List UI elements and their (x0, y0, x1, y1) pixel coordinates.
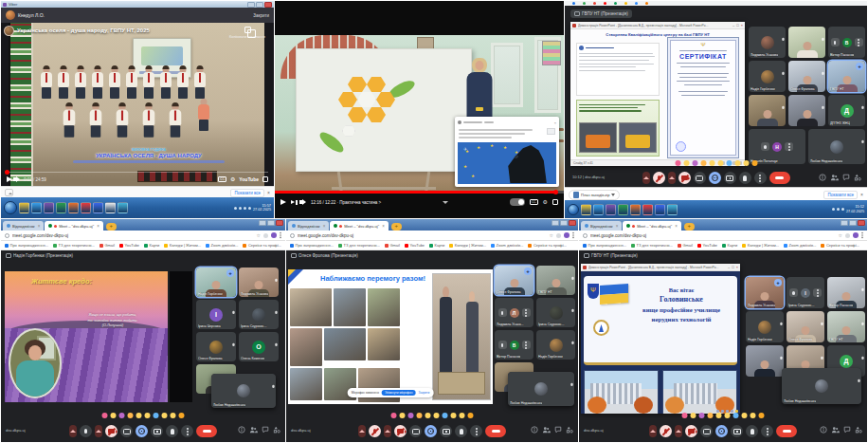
taskbar-app-icon[interactable] (19, 202, 29, 213)
bookmark-item[interactable]: YouTube (119, 243, 139, 248)
reactions-button[interactable] (715, 425, 728, 437)
browser-tab[interactable]: Meet – "dsv-dkpu-uj"× (45, 221, 103, 231)
close-tab-icon[interactable]: × (382, 224, 385, 229)
present-button[interactable] (731, 425, 743, 437)
floating-participant-tile[interactable]: Любов Недашківська (782, 368, 861, 404)
emoji-surprised-icon[interactable] (717, 160, 723, 166)
bookmark-item[interactable]: Zoom дзвінків... (784, 243, 816, 248)
browser-menu-icon[interactable] (861, 234, 863, 236)
emoji-party-icon[interactable] (408, 413, 414, 418)
emoji-heart-icon[interactable] (675, 160, 680, 166)
bookmark-item[interactable]: Сервіси та профі... (243, 243, 280, 248)
present-button[interactable] (724, 172, 736, 184)
emoji-think-icon[interactable] (743, 160, 749, 166)
bookmark-star-icon[interactable]: ☆ (839, 232, 842, 238)
site-info-icon[interactable] (290, 233, 295, 238)
card-action-icon[interactable] (547, 128, 555, 135)
bookmark-favicon[interactable] (593, 2, 596, 5)
bookmark-star-icon[interactable]: ☆ (550, 232, 553, 238)
participant-tile[interactable]: +ГВПУ НТ (828, 61, 865, 92)
captions-icon[interactable]: CC (530, 199, 538, 206)
end-call-button[interactable] (776, 425, 797, 437)
participant-tile[interactable]: Любов Недашківська (808, 129, 865, 164)
maximize-button[interactable]: □ (736, 24, 738, 28)
emoji-heart-icon[interactable] (391, 413, 397, 418)
reactions-button[interactable] (136, 425, 148, 437)
captions-button[interactable] (120, 425, 133, 437)
present-button[interactable] (151, 425, 163, 437)
activities-icon[interactable] (566, 426, 573, 434)
bookmark-item[interactable]: ТЗ для теоретично... (631, 243, 673, 248)
raise-hand-button[interactable] (739, 172, 751, 184)
participant-tile[interactable]: +Олеся Фролова (495, 266, 533, 295)
minimize-button[interactable] (259, 220, 266, 226)
participant-tile[interactable]: ЛЛюдмила Усачо... (495, 298, 533, 327)
next-button[interactable] (291, 199, 298, 206)
emoji-wow-icon[interactable] (162, 413, 168, 418)
expand-button[interactable] (675, 425, 682, 437)
minimize-button[interactable] (247, 2, 255, 8)
participant-tile[interactable] (788, 95, 825, 126)
emoji-wow-icon[interactable] (742, 413, 748, 418)
browser-tab[interactable]: Meet – "dsv-dkpu-uj"× (330, 221, 389, 231)
floating-participant-tile[interactable]: Любов Недашківська (211, 374, 276, 408)
close-tab-icon[interactable]: × (323, 224, 326, 229)
extension-icon[interactable] (263, 233, 268, 238)
expand-button[interactable] (95, 425, 102, 437)
emoji-cry-icon[interactable] (726, 160, 732, 166)
emoji-thumbs-up-icon[interactable] (400, 413, 406, 418)
camera-button[interactable] (685, 425, 697, 437)
taskbar-app-icon[interactable] (630, 204, 641, 215)
profile-avatar[interactable] (564, 232, 570, 238)
pin-badge[interactable]: + (524, 268, 532, 275)
show-all-button[interactable]: Показати все (230, 189, 264, 197)
close-button[interactable] (569, 220, 576, 226)
bookmark-favicon[interactable] (604, 2, 606, 5)
taskbar-app-icon[interactable] (93, 202, 103, 213)
camera-button[interactable] (105, 425, 118, 437)
new-tab-button[interactable]: + (684, 223, 695, 231)
emoji-thumbs-up-icon[interactable] (111, 413, 117, 418)
people-icon[interactable] (831, 426, 840, 434)
meeting-details-icon[interactable] (531, 426, 538, 434)
browser-menu-icon[interactable] (280, 234, 281, 236)
taskbar-app-icon[interactable] (31, 202, 42, 213)
browser-menu-icon[interactable] (572, 234, 574, 236)
close-video-button[interactable]: Закрити (253, 13, 269, 18)
camera-button[interactable] (678, 172, 691, 184)
expand-button[interactable] (668, 172, 676, 184)
participant-tile[interactable]: Надія Горбенюк (536, 330, 575, 360)
raise-hand-button[interactable] (746, 425, 758, 437)
maximize-button[interactable]: □ (732, 266, 733, 269)
chat-icon[interactable] (842, 174, 850, 181)
address-bar[interactable]: meet.google.com/dsv-dkpu-uj☆ (1, 231, 285, 241)
participant-tile[interactable]: Віктор Панасюк (827, 277, 865, 308)
pin-badge[interactable]: + (774, 279, 782, 286)
captions-icon[interactable]: CC (218, 176, 226, 183)
close-tab-icon[interactable]: × (675, 224, 678, 229)
emoji-surprised-icon[interactable] (145, 413, 151, 418)
expand-button[interactable] (649, 425, 657, 437)
bookmark-item[interactable]: Карти (429, 243, 444, 248)
activities-icon[interactable] (273, 426, 280, 434)
emoji-wow-icon[interactable] (451, 413, 457, 418)
emoji-laugh-icon[interactable] (136, 413, 142, 418)
bookmark-item[interactable]: YouTube (405, 243, 425, 248)
close-tab-icon[interactable]: × (38, 224, 41, 229)
new-tab-button[interactable]: + (391, 223, 402, 231)
people-icon[interactable] (830, 174, 839, 181)
settings-gear-icon[interactable]: ⚙ (230, 176, 235, 182)
emoji-clap-icon[interactable] (708, 413, 714, 418)
camera-button[interactable] (394, 425, 407, 437)
emoji-clap-icon[interactable] (417, 413, 423, 418)
taskbar-app-icon[interactable] (581, 204, 591, 215)
participant-tile[interactable] (749, 95, 786, 126)
taskbar-app-icon[interactable] (642, 204, 653, 215)
participant-tile[interactable]: +Людмила Усачова (746, 277, 784, 308)
emoji-thumbs-down-icon[interactable] (179, 413, 185, 418)
close-tab-icon[interactable]: × (97, 224, 99, 229)
bookmark-favicon[interactable] (624, 2, 627, 5)
participant-tile[interactable] (788, 27, 825, 58)
meeting-details-icon[interactable] (238, 426, 245, 434)
taskbar-app-icon[interactable] (56, 202, 66, 213)
